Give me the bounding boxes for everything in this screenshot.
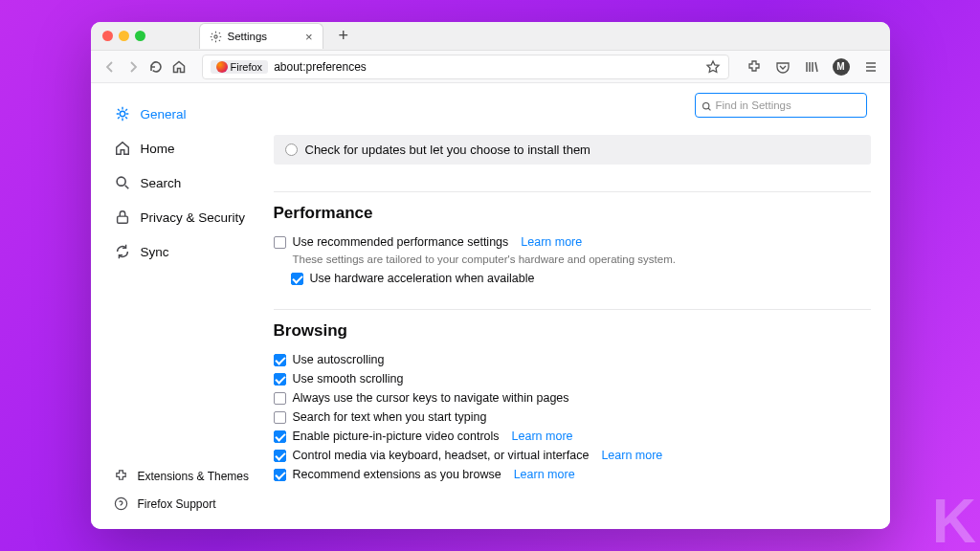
checkbox-checked[interactable] <box>274 469 286 481</box>
browser-window: Settings × + Firefox about:preferences M <box>91 22 890 529</box>
browsing-autoscroll-row[interactable]: Use autoscrolling <box>274 350 871 369</box>
sync-icon <box>114 243 131 260</box>
new-tab-button[interactable]: + <box>339 26 349 46</box>
home-icon <box>114 140 131 157</box>
settings-main: Check for updates but let you choose to … <box>268 83 890 529</box>
checkbox-unchecked[interactable] <box>274 236 286 249</box>
checkbox-label: Control media via keyboard, headset, or … <box>293 449 590 462</box>
account-avatar[interactable]: M <box>833 58 850 76</box>
extensions-icon[interactable] <box>746 59 762 75</box>
sidebar-label: Search <box>141 176 182 190</box>
perf-recommended-row[interactable]: Use recommended performance settings Lea… <box>274 232 871 252</box>
checkbox-label: Enable picture-in-picture video controls <box>293 430 500 443</box>
update-option-label: Check for updates but let you choose to … <box>305 143 590 157</box>
library-icon[interactable] <box>804 59 819 75</box>
window-zoom-button[interactable] <box>135 31 145 41</box>
url-text: about:preferences <box>274 60 367 74</box>
puzzle-icon <box>114 469 128 483</box>
bookmark-star-icon[interactable] <box>705 59 721 75</box>
checkbox-label: Use hardware acceleration when available <box>310 272 535 285</box>
content-area: General Home Search Privacy & Security S… <box>91 83 890 529</box>
sidebar-item-general[interactable]: General <box>108 100 268 127</box>
sidebar-extensions-themes[interactable]: Extensions & Themes <box>108 464 268 488</box>
titlebar: Settings × + <box>91 22 890 51</box>
sidebar-item-sync[interactable]: Sync <box>108 238 268 265</box>
help-icon <box>114 496 128 511</box>
sidebar-label: Home <box>141 142 175 156</box>
checkbox-label: Always use the cursor keys to navigate w… <box>293 391 569 405</box>
svg-point-0 <box>213 34 216 37</box>
perf-hw-accel-row[interactable]: Use hardware acceleration when available <box>291 269 871 288</box>
section-heading: Performance <box>274 191 871 223</box>
firefox-logo-icon <box>216 61 228 73</box>
checkbox-checked[interactable] <box>274 354 286 366</box>
gear-icon <box>114 105 131 122</box>
checkbox-checked[interactable] <box>274 450 286 462</box>
checkbox-label: Search for text when you start typing <box>293 410 487 424</box>
sidebar-label: Privacy & Security <box>141 210 246 225</box>
app-menu-icon[interactable] <box>863 59 879 75</box>
search-icon <box>114 174 131 191</box>
svg-point-2 <box>117 177 125 186</box>
search-icon <box>702 100 712 111</box>
svg-point-1 <box>120 111 124 116</box>
settings-search[interactable] <box>695 93 867 118</box>
browser-tab[interactable]: Settings × <box>199 23 323 49</box>
sidebar-label: Extensions & Themes <box>138 470 250 483</box>
sidebar-label: Firefox Support <box>138 497 216 511</box>
perf-description: These settings are tailored to your comp… <box>293 252 871 269</box>
sidebar-label: Sync <box>141 245 169 259</box>
checkbox-label: Recommend extensions as you browse <box>293 468 501 481</box>
url-bar[interactable]: Firefox about:preferences <box>202 55 729 79</box>
close-tab-icon[interactable]: × <box>305 30 313 44</box>
checkbox-checked[interactable] <box>291 273 303 285</box>
update-option-row[interactable]: Check for updates but let you choose to … <box>274 135 871 165</box>
sidebar-item-home[interactable]: Home <box>108 135 268 162</box>
learn-more-link[interactable]: Learn more <box>521 235 582 249</box>
sidebar-item-search[interactable]: Search <box>108 169 268 196</box>
browsing-cursor-row[interactable]: Always use the cursor keys to navigate w… <box>274 388 871 408</box>
learn-more-link[interactable]: Learn more <box>601 449 662 462</box>
forward-button[interactable] <box>125 59 141 75</box>
lock-icon <box>114 209 131 226</box>
toolbar-right: M <box>746 58 879 76</box>
browsing-media-row[interactable]: Control media via keyboard, headset, or … <box>274 446 871 465</box>
browsing-find-row[interactable]: Search for text when you start typing <box>274 408 871 427</box>
radio-unchecked[interactable] <box>285 143 298 156</box>
reload-button[interactable] <box>148 59 164 75</box>
sidebar-firefox-support[interactable]: Firefox Support <box>108 492 268 516</box>
checkbox-checked[interactable] <box>274 430 286 443</box>
learn-more-link[interactable]: Learn more <box>512 430 573 443</box>
svg-rect-3 <box>117 216 127 223</box>
toolbar: Firefox about:preferences M <box>91 51 890 83</box>
browsing-pip-row[interactable]: Enable picture-in-picture video controls… <box>274 427 871 446</box>
browsing-recommend-row[interactable]: Recommend extensions as you browse Learn… <box>274 465 871 484</box>
tab-title: Settings <box>228 31 268 42</box>
learn-more-link[interactable]: Learn more <box>514 468 575 481</box>
window-minimize-button[interactable] <box>119 31 129 41</box>
home-button[interactable] <box>171 59 187 75</box>
gear-icon <box>210 31 222 43</box>
window-close-button[interactable] <box>102 31 113 41</box>
checkbox-unchecked[interactable] <box>274 392 286 405</box>
svg-point-5 <box>702 102 708 108</box>
checkbox-unchecked[interactable] <box>274 411 286 424</box>
performance-section: Performance Use recommended performance … <box>274 191 871 288</box>
checkbox-label: Use autoscrolling <box>293 353 385 366</box>
checkbox-label: Use recommended performance settings <box>293 235 509 249</box>
settings-search-input[interactable] <box>716 99 860 111</box>
browsing-section: Browsing Use autoscrolling Use smooth sc… <box>274 309 871 484</box>
checkbox-label: Use smooth scrolling <box>293 372 404 386</box>
section-heading: Browsing <box>274 309 871 341</box>
watermark: K <box>932 486 972 551</box>
identity-badge: Firefox <box>211 60 269 74</box>
sidebar-item-privacy[interactable]: Privacy & Security <box>108 204 268 231</box>
browsing-smooth-row[interactable]: Use smooth scrolling <box>274 369 871 388</box>
back-button[interactable] <box>102 59 118 75</box>
checkbox-checked[interactable] <box>274 373 286 386</box>
sidebar: General Home Search Privacy & Security S… <box>91 83 268 529</box>
sidebar-label: General <box>141 107 187 121</box>
pocket-icon[interactable] <box>775 59 791 75</box>
identity-label: Firefox <box>231 61 263 73</box>
